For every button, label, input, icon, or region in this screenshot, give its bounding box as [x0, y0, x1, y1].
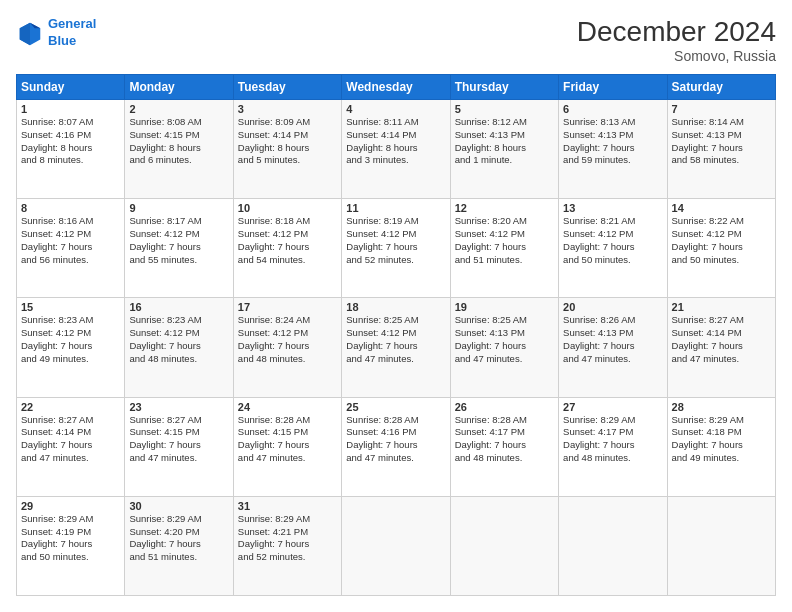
cell-line: Daylight: 7 hours	[21, 241, 92, 252]
cell-line: Sunset: 4:12 PM	[346, 327, 416, 338]
cell-line: Daylight: 7 hours	[346, 241, 417, 252]
cell-content: Sunrise: 8:28 AMSunset: 4:16 PMDaylight:…	[346, 414, 445, 465]
table-row: 8Sunrise: 8:16 AMSunset: 4:12 PMDaylight…	[17, 199, 125, 298]
cell-line: Sunrise: 8:07 AM	[21, 116, 93, 127]
cell-line: Sunset: 4:12 PM	[129, 228, 199, 239]
cell-content: Sunrise: 8:25 AMSunset: 4:13 PMDaylight:…	[455, 314, 554, 365]
cell-line: Sunrise: 8:23 AM	[21, 314, 93, 325]
cell-content: Sunrise: 8:22 AMSunset: 4:12 PMDaylight:…	[672, 215, 771, 266]
cell-line: Sunrise: 8:29 AM	[21, 513, 93, 524]
month-title: December 2024	[577, 16, 776, 48]
cell-content: Sunrise: 8:25 AMSunset: 4:12 PMDaylight:…	[346, 314, 445, 365]
cell-line: Sunrise: 8:27 AM	[129, 414, 201, 425]
table-row: 11Sunrise: 8:19 AMSunset: 4:12 PMDayligh…	[342, 199, 450, 298]
cell-line: Sunrise: 8:28 AM	[346, 414, 418, 425]
calendar-week-5: 29Sunrise: 8:29 AMSunset: 4:19 PMDayligh…	[17, 496, 776, 595]
cell-line: and 59 minutes.	[563, 154, 631, 165]
cell-content: Sunrise: 8:28 AMSunset: 4:15 PMDaylight:…	[238, 414, 337, 465]
cell-line: Sunset: 4:12 PM	[346, 228, 416, 239]
calendar-header-row: Sunday Monday Tuesday Wednesday Thursday…	[17, 75, 776, 100]
cell-content: Sunrise: 8:12 AMSunset: 4:13 PMDaylight:…	[455, 116, 554, 167]
cell-line: Daylight: 8 hours	[346, 142, 417, 153]
cell-line: Daylight: 7 hours	[563, 439, 634, 450]
day-number: 18	[346, 301, 445, 313]
cell-content: Sunrise: 8:29 AMSunset: 4:19 PMDaylight:…	[21, 513, 120, 564]
table-row: 6Sunrise: 8:13 AMSunset: 4:13 PMDaylight…	[559, 100, 667, 199]
cell-content: Sunrise: 8:23 AMSunset: 4:12 PMDaylight:…	[21, 314, 120, 365]
logo-icon	[16, 19, 44, 47]
day-number: 1	[21, 103, 120, 115]
cell-line: Daylight: 7 hours	[21, 538, 92, 549]
cell-line: Sunset: 4:12 PM	[455, 228, 525, 239]
cell-content: Sunrise: 8:29 AMSunset: 4:20 PMDaylight:…	[129, 513, 228, 564]
cell-line: Daylight: 7 hours	[238, 241, 309, 252]
col-thursday: Thursday	[450, 75, 558, 100]
cell-line: Sunset: 4:12 PM	[21, 327, 91, 338]
col-friday: Friday	[559, 75, 667, 100]
cell-line: and 55 minutes.	[129, 254, 197, 265]
cell-content: Sunrise: 8:19 AMSunset: 4:12 PMDaylight:…	[346, 215, 445, 266]
cell-line: Sunset: 4:12 PM	[21, 228, 91, 239]
cell-line: Daylight: 7 hours	[129, 439, 200, 450]
cell-line: Daylight: 7 hours	[238, 538, 309, 549]
day-number: 26	[455, 401, 554, 413]
table-row	[667, 496, 775, 595]
cell-content: Sunrise: 8:16 AMSunset: 4:12 PMDaylight:…	[21, 215, 120, 266]
table-row: 5Sunrise: 8:12 AMSunset: 4:13 PMDaylight…	[450, 100, 558, 199]
cell-line: Sunrise: 8:18 AM	[238, 215, 310, 226]
day-number: 22	[21, 401, 120, 413]
cell-line: and 54 minutes.	[238, 254, 306, 265]
table-row: 22Sunrise: 8:27 AMSunset: 4:14 PMDayligh…	[17, 397, 125, 496]
cell-line: Sunrise: 8:11 AM	[346, 116, 418, 127]
cell-line: Sunrise: 8:22 AM	[672, 215, 744, 226]
table-row: 13Sunrise: 8:21 AMSunset: 4:12 PMDayligh…	[559, 199, 667, 298]
day-number: 19	[455, 301, 554, 313]
cell-line: Daylight: 7 hours	[129, 538, 200, 549]
col-saturday: Saturday	[667, 75, 775, 100]
day-number: 16	[129, 301, 228, 313]
cell-line: Daylight: 7 hours	[455, 241, 526, 252]
table-row: 25Sunrise: 8:28 AMSunset: 4:16 PMDayligh…	[342, 397, 450, 496]
cell-line: Daylight: 8 hours	[129, 142, 200, 153]
table-row: 10Sunrise: 8:18 AMSunset: 4:12 PMDayligh…	[233, 199, 341, 298]
cell-line: Sunrise: 8:25 AM	[455, 314, 527, 325]
cell-line: Daylight: 7 hours	[672, 340, 743, 351]
logo-text: General Blue	[48, 16, 96, 50]
svg-marker-2	[20, 23, 30, 45]
cell-line: Sunrise: 8:20 AM	[455, 215, 527, 226]
cell-line: Sunrise: 8:29 AM	[238, 513, 310, 524]
cell-line: and 47 minutes.	[346, 353, 414, 364]
cell-line: Sunrise: 8:29 AM	[672, 414, 744, 425]
cell-line: Daylight: 7 hours	[346, 340, 417, 351]
day-number: 3	[238, 103, 337, 115]
cell-line: Sunrise: 8:28 AM	[455, 414, 527, 425]
cell-content: Sunrise: 8:27 AMSunset: 4:14 PMDaylight:…	[21, 414, 120, 465]
cell-line: and 58 minutes.	[672, 154, 740, 165]
cell-content: Sunrise: 8:29 AMSunset: 4:17 PMDaylight:…	[563, 414, 662, 465]
cell-content: Sunrise: 8:09 AMSunset: 4:14 PMDaylight:…	[238, 116, 337, 167]
table-row: 14Sunrise: 8:22 AMSunset: 4:12 PMDayligh…	[667, 199, 775, 298]
cell-line: Daylight: 7 hours	[238, 439, 309, 450]
cell-line: and 47 minutes.	[563, 353, 631, 364]
cell-line: Sunrise: 8:26 AM	[563, 314, 635, 325]
header: General Blue December 2024 Somovo, Russi…	[16, 16, 776, 64]
cell-line: Sunset: 4:12 PM	[672, 228, 742, 239]
cell-line: and 49 minutes.	[672, 452, 740, 463]
cell-line: Sunrise: 8:29 AM	[563, 414, 635, 425]
day-number: 14	[672, 202, 771, 214]
cell-line: Sunset: 4:14 PM	[21, 426, 91, 437]
table-row: 9Sunrise: 8:17 AMSunset: 4:12 PMDaylight…	[125, 199, 233, 298]
cell-line: Daylight: 7 hours	[455, 340, 526, 351]
col-monday: Monday	[125, 75, 233, 100]
cell-line: Sunrise: 8:09 AM	[238, 116, 310, 127]
cell-line: Sunrise: 8:14 AM	[672, 116, 744, 127]
cell-line: Sunrise: 8:28 AM	[238, 414, 310, 425]
table-row: 15Sunrise: 8:23 AMSunset: 4:12 PMDayligh…	[17, 298, 125, 397]
cell-line: and 50 minutes.	[672, 254, 740, 265]
cell-line: Sunrise: 8:17 AM	[129, 215, 201, 226]
table-row: 31Sunrise: 8:29 AMSunset: 4:21 PMDayligh…	[233, 496, 341, 595]
calendar-week-2: 8Sunrise: 8:16 AMSunset: 4:12 PMDaylight…	[17, 199, 776, 298]
cell-line: and 52 minutes.	[346, 254, 414, 265]
cell-line: Sunset: 4:12 PM	[563, 228, 633, 239]
day-number: 13	[563, 202, 662, 214]
